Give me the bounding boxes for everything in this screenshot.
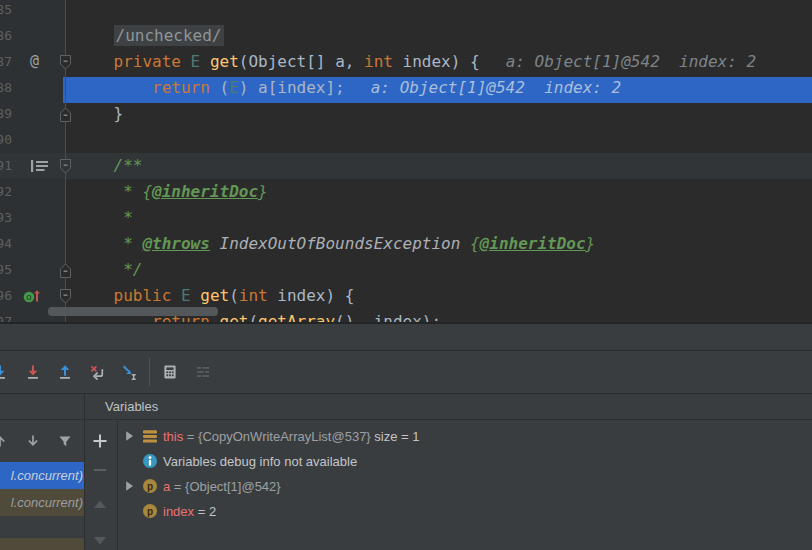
line-number: 392 (0, 179, 12, 205)
debug-panel-strip (0, 322, 812, 350)
variable-text: a = {Object[1]@542} (163, 474, 281, 499)
move-watch-down-icon (92, 532, 108, 548)
line-number: 393 (0, 205, 12, 231)
stream-trace-icon (195, 364, 211, 380)
variable-row[interactable]: this = {CopyOnWriteArrayList@537} size =… (117, 424, 812, 449)
line-number: 397 (0, 309, 12, 322)
fold-marker-down[interactable] (58, 158, 73, 179)
toolbar-separator (149, 358, 150, 386)
editor-horizontal-scrollbar[interactable] (48, 307, 218, 316)
expand-arrow-icon[interactable] (121, 428, 137, 444)
fold-marker-up[interactable] (58, 262, 73, 283)
panel-divider (84, 393, 85, 550)
svg-text:o: o (26, 291, 31, 302)
move-watch-up-icon (92, 497, 108, 513)
variable-row[interactable]: pindex = 2 (117, 499, 812, 524)
this-icon (142, 428, 158, 444)
step-out-icon[interactable] (57, 364, 73, 380)
fold-marker-down[interactable] (58, 54, 73, 75)
inline-debugger-hint: a: Object[1]@542 index: 2 (480, 52, 756, 71)
variables-panel-header: Variables (0, 393, 812, 420)
variables-panel-title: Variables (105, 394, 158, 419)
code-line-392: * {@inheritDoc} (75, 179, 268, 205)
debugger-step-toolbar (0, 350, 812, 393)
force-step-into-icon[interactable] (25, 364, 41, 380)
code-line-387: private E get(Object[] a, int index) {a:… (75, 49, 756, 75)
watches-mini-toolbar (84, 420, 117, 550)
ide-debugger-view: 385386387@388389390391392393394395396o39… (0, 0, 812, 550)
move-down-icon[interactable] (25, 433, 41, 449)
code-line-395: */ (75, 257, 142, 283)
info-icon (142, 453, 158, 469)
code-line-388: return (E) a[index];a: Object[1]@542 ind… (75, 75, 621, 101)
line-number: 390 (0, 127, 12, 153)
parameter-icon: p (142, 478, 158, 494)
variable-row[interactable]: pa = {Object[1]@542} (117, 474, 812, 499)
annotation-at-icon[interactable]: @ (30, 52, 39, 70)
frame-row[interactable] (0, 538, 84, 550)
fold-marker-up[interactable] (58, 106, 73, 127)
line-number: 391 (0, 153, 12, 179)
inline-debugger-hint: a: Object[1]@542 index: 2 (345, 78, 621, 97)
parameter-icon: p (142, 503, 158, 519)
svg-text:p: p (147, 506, 153, 517)
panel-divider (117, 421, 118, 550)
variable-row[interactable]: Variables debug info not available (117, 449, 812, 474)
line-number: 389 (0, 101, 12, 127)
remove-watch-icon (92, 462, 108, 478)
line-number: 387 (0, 49, 12, 75)
drop-frame-icon[interactable] (89, 364, 105, 380)
code-line-396: public E get(int index) { (75, 283, 354, 309)
code-line-391: /** (75, 153, 142, 179)
frame-row[interactable]: l.concurrent) (0, 489, 84, 516)
code-line-393: * (75, 205, 133, 231)
fold-marker-down[interactable] (58, 288, 73, 309)
variable-text: index = 2 (163, 499, 216, 524)
code-line-394: * @throws IndexOutOfBoundsException {@in… (75, 231, 595, 257)
frame-row[interactable]: l.concurrent) (0, 462, 84, 489)
line-number: 394 (0, 231, 12, 257)
variables-tree[interactable]: this = {CopyOnWriteArrayList@537} size =… (117, 420, 812, 550)
expand-arrow-icon[interactable] (121, 478, 137, 494)
line-number: 388 (0, 75, 12, 101)
line-number: 395 (0, 257, 12, 283)
line-number: 396 (0, 283, 12, 309)
code-line-389: } (75, 101, 123, 127)
frames-panel[interactable]: l.concurrent)l.concurrent) (0, 420, 84, 550)
evaluate-expression-icon[interactable] (162, 364, 178, 380)
toggle-rendered-doc-icon[interactable] (30, 158, 50, 178)
frame-label: l.concurrent) (11, 489, 83, 516)
filter-icon[interactable] (57, 433, 73, 449)
svg-text:p: p (147, 481, 153, 492)
variable-text: this = {CopyOnWriteArrayList@537} size =… (163, 424, 420, 449)
code-line-386: /unchecked/ (75, 23, 224, 49)
run-to-cursor-icon[interactable] (122, 364, 138, 380)
line-number: 386 (0, 23, 12, 49)
code-editor[interactable]: 385386387@388389390391392393394395396o39… (0, 0, 812, 322)
add-watch-icon[interactable] (92, 433, 108, 449)
overriding-method-icon[interactable]: o (23, 288, 41, 308)
step-into-icon[interactable] (0, 364, 8, 380)
variable-text: Variables debug info not available (163, 449, 357, 474)
move-up-icon[interactable] (0, 433, 8, 449)
frame-label: l.concurrent) (11, 462, 83, 489)
line-number: 385 (0, 0, 12, 23)
